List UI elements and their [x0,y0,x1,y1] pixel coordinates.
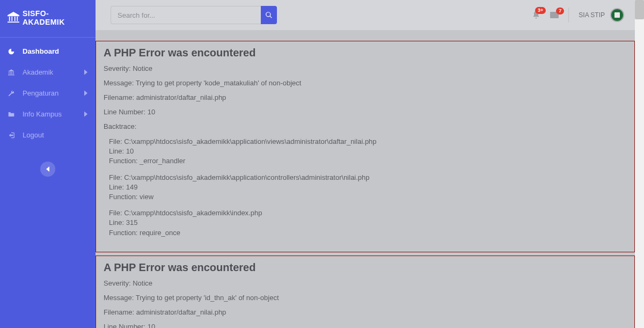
bell-badge: 3+ [535,7,546,14]
sidebar-item-pengaturan[interactable]: Pengaturan [0,83,96,104]
trace-func: Function: view [109,192,627,202]
search-icon [265,11,273,19]
error-title: A PHP Error was encountered [104,47,627,59]
collapse-sidebar-button[interactable] [40,162,55,177]
scrollbar-thumb[interactable] [635,0,644,19]
mail-badge: 7 [556,8,564,14]
sidebar-item-label: Akademik [23,68,53,76]
sidebar-item-label: Logout [23,131,44,139]
error-severity: Severity: Notice [104,64,627,72]
trace-func: Function: require_once [109,228,627,238]
topbar-right: 3+ 7 SIA STIP [532,8,624,23]
user-menu[interactable]: SIA STIP [579,8,624,22]
sidebar-item-label: Info Kampus [23,110,62,118]
divider [568,8,569,23]
trace-func: Function: _error_handler [109,156,627,166]
scrollbar-track[interactable] [635,0,644,328]
trace-file: File: C:\xampp\htdocs\sisfo_akademikk\ap… [109,137,627,147]
trace-item: File: C:\xampp\htdocs\sisfo_akademikk\ap… [109,137,627,166]
logout-icon [8,132,17,139]
topbar: 3+ 7 SIA STIP [96,0,635,30]
bank-icon [8,69,17,76]
sidebar-item-label: Pengaturan [23,89,58,97]
trace-line: Line: 10 [109,147,627,156]
chevron-right-icon [84,89,88,97]
sidebar-item-akademik[interactable]: Akademik [0,62,96,83]
php-error-box: A PHP Error was encountered Severity: No… [96,41,635,252]
error-filename: Filename: administrator/daftar_nilai.php [104,93,627,101]
sidebar-item-label: Dashboard [23,47,59,55]
dashboard-icon [8,48,17,55]
search-button[interactable] [261,6,277,24]
search [111,6,277,24]
error-linenum: Line Number: 10 [104,323,627,328]
trace-line: Line: 315 [109,218,627,228]
wrench-icon [8,90,17,97]
trace-line: Line: 149 [109,183,627,192]
error-linenum: Line Number: 10 [104,108,627,116]
chevron-right-icon [84,110,88,118]
chevron-left-icon [46,166,50,172]
folder-icon [8,111,17,118]
brand[interactable]: SISFO-AKADEMIK [0,0,96,38]
error-severity: Severity: Notice [104,279,627,287]
sidebar-item-dashboard[interactable]: Dashboard [0,41,96,62]
user-name: SIA STIP [579,11,605,19]
notifications[interactable]: 3+ [532,11,540,19]
sidebar: SISFO-AKADEMIK Dashboard Akademik Pengat… [0,0,96,328]
search-input[interactable] [111,6,261,24]
brand-name: SISFO-AKADEMIK [23,9,88,26]
sidebar-item-info-kampus[interactable]: Info Kampus [0,104,96,125]
trace-file: File: C:\xampp\htdocs\sisfo_akademikk\in… [109,208,627,218]
trace-item: File: C:\xampp\htdocs\sisfo_akademikk\ap… [109,173,627,202]
error-message: Message: Trying to get property 'id_thn_… [104,294,627,302]
avatar [610,8,624,22]
sidebar-item-logout[interactable]: Logout [0,125,96,145]
content: A PHP Error was encountered Severity: No… [96,30,635,328]
php-error-box: A PHP Error was encountered Severity: No… [96,256,635,328]
trace-item: File: C:\xampp\htdocs\sisfo_akademikk\in… [109,208,627,238]
brand-icon [8,12,19,24]
error-backtrace-header: Backtrace: [104,122,627,130]
trace-file: File: C:\xampp\htdocs\sisfo_akademikk\ap… [109,173,627,183]
chevron-right-icon [84,68,88,76]
messages[interactable]: 7 [550,11,559,19]
error-filename: Filename: administrator/daftar_nilai.php [104,308,627,316]
error-message: Message: Trying to get property 'kode_ma… [104,79,627,87]
error-title: A PHP Error was encountered [104,261,627,274]
nav: Dashboard Akademik Pengaturan Info Kampu… [0,38,96,145]
